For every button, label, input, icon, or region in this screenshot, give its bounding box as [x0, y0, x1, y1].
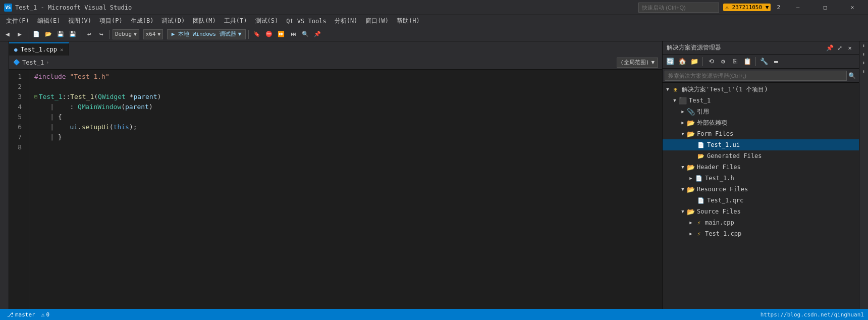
- vert-tab-1[interactable]: ▮: [859, 41, 869, 50]
- search-icon[interactable]: 🔍: [847, 71, 857, 81]
- menu-qtvstools[interactable]: Qt VS Tools: [282, 15, 330, 27]
- menu-test[interactable]: 测试(S): [251, 15, 283, 27]
- external-deps-arrow[interactable]: ▶: [679, 119, 687, 127]
- tree-generated-files[interactable]: 📂 Generated Files: [663, 150, 859, 162]
- se-refresh-button[interactable]: 🔄: [665, 56, 676, 67]
- platform-arrow: ▼: [157, 32, 160, 37]
- se-copy-button[interactable]: ⎘: [730, 56, 741, 67]
- start-debugging-button[interactable]: ▶ 本地 Windows 调试器 ▼: [167, 29, 246, 39]
- toolbar-btn-1[interactable]: 🔖: [251, 29, 262, 40]
- breadcrumb-icon: 🔷: [13, 59, 20, 66]
- tab-bar: ● Test_1.cpp ✕: [9, 41, 662, 56]
- tree-references[interactable]: ▶ 📎 引用: [663, 106, 859, 117]
- minimize-button[interactable]: —: [786, 0, 809, 15]
- source-files-arrow[interactable]: ▼: [679, 207, 687, 216]
- save-button[interactable]: 💾: [55, 29, 66, 40]
- menu-project[interactable]: 项目(P): [95, 15, 127, 27]
- toolbar-btn-3[interactable]: ⏩: [276, 29, 287, 40]
- new-project-button[interactable]: 📄: [31, 29, 42, 40]
- menu-build[interactable]: 生成(B): [127, 15, 158, 27]
- tree-test1-qrc[interactable]: 📄 Test_1.qrc: [663, 195, 859, 206]
- tree-source-files[interactable]: ▼ 📂 Source Files: [663, 206, 859, 217]
- menu-help[interactable]: 帮助(H): [393, 15, 424, 27]
- platform-dropdown[interactable]: x64 ▼: [143, 29, 163, 39]
- toolbar-btn-2[interactable]: ⛔: [263, 29, 275, 40]
- tree-header-files[interactable]: ▼ 📂 Header Files: [663, 162, 859, 173]
- menu-tools[interactable]: 工具(T): [220, 15, 251, 27]
- menu-debug[interactable]: 调试(D): [157, 15, 189, 27]
- menu-analyze[interactable]: 分析(N): [331, 15, 362, 27]
- forward-button[interactable]: ▶: [14, 29, 25, 40]
- resource-files-arrow[interactable]: ▼: [679, 185, 687, 193]
- menu-window[interactable]: 窗口(W): [361, 15, 393, 27]
- close-button[interactable]: ✕: [841, 0, 864, 15]
- debug-config-dropdown[interactable]: Debug ▼: [113, 29, 139, 39]
- solution-explorer-panel: 解决方案资源管理器 📌 ⤢ ✕ 🔄 🏠 📁 ⟲ ⚙ ⎘ 📋 🔧 ▬ 🔍: [662, 41, 859, 309]
- vert-tab-4[interactable]: ▮: [859, 67, 869, 76]
- se-props-button[interactable]: 🔧: [758, 56, 770, 67]
- vert-tab-3[interactable]: ▮: [859, 59, 869, 67]
- error-icon: ⚠: [41, 311, 45, 318]
- redo-button[interactable]: ↪: [96, 29, 107, 40]
- tree-resource-files[interactable]: ▼ 📂 Resource Files: [663, 184, 859, 195]
- test1-cpp-label: Test_1.cpp: [705, 230, 741, 237]
- breadcrumb-class[interactable]: Test_1 ›: [22, 59, 49, 66]
- test1-cpp-arrow[interactable]: ▶: [687, 230, 695, 238]
- tree-main-cpp[interactable]: ▶ ⚡ main.cpp: [663, 217, 859, 228]
- toolbar-btn-6[interactable]: 📌: [312, 29, 323, 40]
- tree-form-files[interactable]: ▼ 📂 Form Files: [663, 128, 859, 139]
- form-files-arrow[interactable]: ▼: [679, 130, 687, 138]
- panel-pin-button[interactable]: 📌: [825, 43, 835, 53]
- status-errors[interactable]: ⚠ 0: [38, 311, 52, 318]
- solution-explorer-title: 解决方案资源管理器: [667, 43, 825, 52]
- menu-team[interactable]: 团队(M): [189, 15, 220, 27]
- main-cpp-arrow[interactable]: ▶: [687, 219, 695, 227]
- panel-search-bar: 🔍: [663, 69, 859, 83]
- solution-arrow[interactable]: ▼: [664, 85, 672, 93]
- se-home-button[interactable]: 🏠: [677, 56, 688, 67]
- tab-test1-cpp[interactable]: ● Test_1.cpp ✕: [9, 42, 69, 56]
- code-line-4: | : QMainWindow(parent): [34, 102, 662, 112]
- se-folder-button[interactable]: 📁: [689, 56, 700, 67]
- references-arrow[interactable]: ▶: [679, 108, 687, 116]
- title-bar: VS Test_1 - Microsoft Visual Studio ⚠ 23…: [0, 0, 868, 15]
- tree-external-deps[interactable]: ▶ 📂 外部依赖项: [663, 117, 859, 128]
- menu-view[interactable]: 视图(V): [64, 15, 95, 27]
- tree-solution[interactable]: ▼ ⊞ 解决方案'Test_1'(1 个项目): [663, 84, 859, 95]
- warning-badge: ⚠ 237211050 ▼: [723, 4, 771, 11]
- se-more-button[interactable]: ▬: [771, 56, 782, 67]
- code-editor[interactable]: 1 2 3 4 5 6 7 8 #include "Test_1.h" ⊟Tes…: [9, 70, 662, 309]
- toolbar-btn-5[interactable]: 🔍: [300, 29, 311, 40]
- scope-selector[interactable]: (全局范围) ▼: [617, 58, 658, 68]
- se-paste-button[interactable]: 📋: [742, 56, 753, 67]
- code-line-3: ⊟Test_1::Test_1(QWidget *parent): [34, 92, 662, 102]
- external-deps-label: 外部依赖项: [697, 119, 727, 127]
- se-settings-button[interactable]: ⚙: [718, 56, 729, 67]
- open-button[interactable]: 📂: [43, 29, 54, 40]
- header-files-arrow[interactable]: ▼: [679, 163, 687, 171]
- test1-h-arrow[interactable]: ▶: [687, 174, 695, 182]
- vert-tab-2[interactable]: ▮: [859, 50, 869, 59]
- code-content[interactable]: #include "Test_1.h" ⊟Test_1::Test_1(QWid…: [29, 70, 662, 309]
- tree-test1-ui[interactable]: 📄 Test_1.ui: [663, 139, 859, 150]
- tree-test1-h[interactable]: ▶ 📄 Test_1.h: [663, 173, 859, 184]
- toolbar-btn-4[interactable]: ⏭: [288, 29, 299, 40]
- panel-float-button[interactable]: ⤢: [835, 43, 845, 53]
- project-arrow[interactable]: ▼: [671, 96, 679, 104]
- menu-file[interactable]: 文件(F): [2, 15, 33, 27]
- quick-search-input[interactable]: [638, 3, 719, 13]
- undo-button[interactable]: ↩: [84, 29, 95, 40]
- menu-edit[interactable]: 编辑(E): [33, 15, 65, 27]
- maximize-button[interactable]: □: [813, 0, 837, 15]
- back-button[interactable]: ◀: [2, 29, 13, 40]
- se-sync-button[interactable]: ⟲: [706, 56, 717, 67]
- status-git[interactable]: ⎇ master: [4, 311, 38, 318]
- panel-close-button[interactable]: ✕: [845, 43, 855, 53]
- tree-project[interactable]: ▼ ⬛ Test_1: [663, 95, 859, 106]
- test1-qrc-icon: 📄: [697, 196, 705, 204]
- solution-search-input[interactable]: [665, 71, 847, 81]
- save-all-button[interactable]: 💾: [67, 29, 78, 40]
- tab-close-icon[interactable]: ✕: [60, 46, 64, 53]
- tree-test1-cpp[interactable]: ▶ ⚡ Test_1.cpp: [663, 228, 859, 239]
- panel-title-bar: 解决方案资源管理器 📌 ⤢ ✕: [663, 41, 859, 55]
